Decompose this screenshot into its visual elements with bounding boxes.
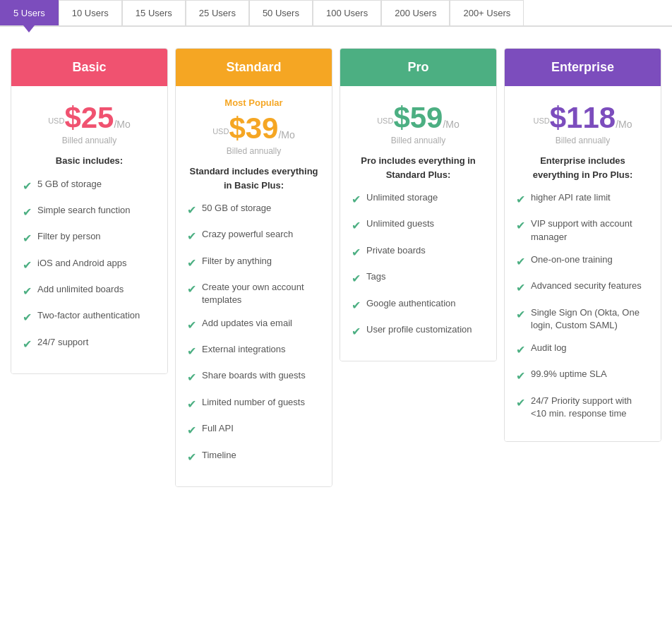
enterprise-currency: USD <box>533 116 549 125</box>
tab-50-users[interactable]: 50 Users <box>249 0 313 25</box>
feature-text: VIP support with account manager <box>531 217 649 243</box>
check-icon: ✔ <box>23 258 32 273</box>
check-icon: ✔ <box>352 271 361 287</box>
feature-text: 5 GB of storage <box>37 178 102 191</box>
feature-text: Full API <box>202 422 234 435</box>
plan-standard: StandardMost PopularUSD$39/MoBilled annu… <box>175 48 332 487</box>
feature-text: 50 GB of storage <box>202 202 271 215</box>
pro-includes: Pro includes everything in Standard Plus… <box>352 154 485 181</box>
feature-item: ✔Share boards with guests <box>187 369 320 385</box>
feature-item: ✔Full API <box>187 422 320 438</box>
feature-item: ✔Audit log <box>516 342 649 358</box>
feature-item: ✔5 GB of storage <box>23 178 156 194</box>
feature-text: iOS and Android apps <box>37 257 126 270</box>
feature-item: ✔24/7 Priority support with <10 min. res… <box>516 395 649 420</box>
basic-price-amount: $25 <box>64 101 114 134</box>
check-icon: ✔ <box>187 344 196 359</box>
feature-item: ✔Advanced security features <box>516 280 649 296</box>
pro-feature-list: ✔Unlimited storage✔Unlimited guests✔Priv… <box>352 191 485 340</box>
standard-billed: Billed annually <box>187 146 320 156</box>
pro-header: Pro <box>340 49 496 86</box>
tab-5-users[interactable]: 5 Users <box>0 0 59 25</box>
plan-enterprise: EnterpriseUSD$118/MoBilled annuallyEnter… <box>504 48 661 442</box>
feature-item: ✔External integrations <box>187 343 320 359</box>
standard-price-block: USD$39/Mo <box>187 114 320 143</box>
check-icon: ✔ <box>187 203 196 218</box>
feature-text: Share boards with guests <box>202 369 306 382</box>
feature-item: ✔One-on-one training <box>516 253 649 270</box>
enterprise-includes: Enterprise includes everything in Pro Pl… <box>516 154 649 181</box>
pro-currency: USD <box>377 116 393 125</box>
enterprise-billed: Billed annually <box>516 136 649 145</box>
feature-item: ✔iOS and Android apps <box>23 257 156 273</box>
check-icon: ✔ <box>187 450 196 465</box>
basic-price-block: USD$25/Mo <box>23 103 156 133</box>
standard-feature-list: ✔50 GB of storage✔Crazy powerful search✔… <box>187 202 320 465</box>
check-icon: ✔ <box>187 397 196 412</box>
feature-item: ✔Add updates via email <box>187 317 320 333</box>
plan-pro: ProUSD$59/MoBilled annuallyPro includes … <box>340 48 497 361</box>
feature-text: External integrations <box>202 343 286 356</box>
feature-item: ✔Filter by person <box>23 230 156 246</box>
check-icon: ✔ <box>352 298 361 313</box>
feature-text: 24/7 Priority support with <10 min. resp… <box>531 395 649 420</box>
tab-100-users[interactable]: 100 Users <box>313 0 381 25</box>
feature-item: ✔Limited number of guests <box>187 396 320 412</box>
check-icon: ✔ <box>23 284 32 299</box>
feature-item: ✔Google authentication <box>352 297 485 313</box>
enterprise-price-period: /Mo <box>616 119 632 130</box>
check-icon: ✔ <box>516 369 525 384</box>
feature-text: 99.9% uptime SLA <box>531 368 607 381</box>
tab-15-users[interactable]: 15 Users <box>122 0 186 25</box>
pro-price-block: USD$59/Mo <box>352 103 485 133</box>
check-icon: ✔ <box>187 282 196 297</box>
feature-item: ✔Simple search function <box>23 204 156 220</box>
enterprise-header: Enterprise <box>505 49 661 86</box>
feature-item: ✔24/7 support <box>23 336 156 352</box>
enterprise-price-amount: $118 <box>550 101 616 134</box>
tab-200-users[interactable]: 200 Users <box>381 0 450 25</box>
check-icon: ✔ <box>516 280 525 296</box>
plan-basic: BasicUSD$25/MoBilled annuallyBasic inclu… <box>11 48 168 374</box>
basic-billed: Billed annually <box>23 136 156 145</box>
feature-item: ✔Timeline <box>187 449 320 465</box>
feature-item: ✔Add unlimited boards <box>23 283 156 299</box>
standard-includes: Standard includes everything in Basic Pl… <box>187 164 320 192</box>
feature-item: ✔User profile customization <box>352 323 485 340</box>
check-icon: ✔ <box>516 307 525 323</box>
feature-item: ✔Two-factor authentication <box>23 309 156 325</box>
check-icon: ✔ <box>516 218 525 234</box>
feature-text: Two-factor authentication <box>37 309 140 322</box>
check-icon: ✔ <box>187 423 196 438</box>
feature-text: higher API rate limit <box>531 191 611 204</box>
tab-25-users[interactable]: 25 Users <box>186 0 249 25</box>
feature-item: ✔Single Sign On (Okta, One login, Custom… <box>516 306 649 332</box>
feature-text: Crazy powerful search <box>202 228 293 241</box>
check-icon: ✔ <box>352 245 361 260</box>
feature-item: ✔Unlimited storage <box>352 191 485 208</box>
tab-10-users[interactable]: 10 Users <box>59 0 122 25</box>
feature-text: Unlimited storage <box>366 191 438 204</box>
feature-text: Simple search function <box>37 204 131 217</box>
feature-text: One-on-one training <box>531 253 613 266</box>
standard-price-amount: $39 <box>229 112 278 145</box>
basic-includes: Basic includes: <box>23 154 156 168</box>
check-icon: ✔ <box>23 205 32 220</box>
feature-item: ✔Filter by anything <box>187 255 320 271</box>
feature-item: ✔50 GB of storage <box>187 202 320 218</box>
enterprise-feature-list: ✔higher API rate limit✔VIP support with … <box>516 191 649 420</box>
basic-feature-list: ✔5 GB of storage✔Simple search function✔… <box>23 178 156 353</box>
check-icon: ✔ <box>23 179 32 194</box>
feature-text: User profile customization <box>366 323 472 336</box>
feature-text: Timeline <box>202 449 236 462</box>
most-popular-label: Most Popular <box>187 97 320 108</box>
basic-header: Basic <box>11 49 167 86</box>
basic-currency: USD <box>48 116 64 125</box>
check-icon: ✔ <box>187 318 196 333</box>
tab-200+-users[interactable]: 200+ Users <box>450 0 524 25</box>
feature-item: ✔Tags <box>352 270 485 287</box>
pro-billed: Billed annually <box>352 136 485 145</box>
pro-price-period: /Mo <box>443 119 459 130</box>
feature-text: Filter by person <box>37 230 101 243</box>
check-icon: ✔ <box>187 229 196 244</box>
